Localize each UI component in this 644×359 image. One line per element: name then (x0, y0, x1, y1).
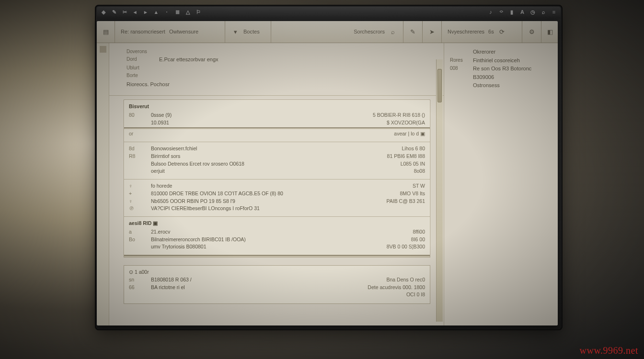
record-line[interactable]: 800ssse (9)5 BOBIER-R RI8 618 () (129, 112, 425, 119)
side-key (450, 81, 469, 90)
main-column: Doverons DordE.Pcar etteszorbvar engx Ub… (109, 43, 444, 325)
ime-icon[interactable]: A (519, 9, 525, 15)
cell-c1: + (129, 190, 144, 198)
cell-c2: BA rictotne ri el (151, 284, 351, 299)
cell-c3: 8MO V8 Its (358, 190, 425, 198)
records-panel: Bisverut800ssse (9)5 BOBIER-R RI8 618 ()… (124, 100, 430, 258)
side-val: B309006 (473, 73, 494, 82)
toolbar-home[interactable]: ▤ (97, 21, 115, 43)
cell-c3: 8o08 (358, 168, 425, 175)
cell-c2 (151, 130, 351, 138)
cell-c2: Bulsoo Detrenos Ercet rov srosero O0618 (151, 160, 351, 168)
cell-c2: VA?CIPI CIEREItbeserBI LOncongs I roFfor… (151, 205, 351, 213)
record-line[interactable]: Bulsoo Detrenos Ercet rov srosero O0618L… (129, 160, 425, 168)
record-line[interactable]: BoBilnatreimereroncorch BIRIBC01 IB /OOA… (129, 236, 425, 244)
record-line[interactable]: ℗VA?CIPI CIEREItbeserBI LOncongs I roFfo… (129, 205, 425, 213)
gear-icon: ⚙ (528, 28, 535, 36)
search-icon[interactable]: ⌕ (540, 9, 546, 15)
cell-c1: or (129, 130, 144, 138)
app-window: ▤ Re: ransomcriesert Owtwensure ▾ Boctes… (97, 21, 558, 325)
record-line[interactable]: oerjuit8o08 (129, 168, 425, 175)
cell-c2: Nb6505 OOOR RBIN PO 19 85 S8 l'9 (151, 198, 351, 205)
tool-icon[interactable]: ✂ (122, 9, 127, 15)
block-title: Bisverut (129, 103, 425, 111)
cell-c1: ♀ (129, 198, 144, 205)
record-block[interactable]: Bisverut800ssse (9)5 BOBIER-R RI8 618 ()… (124, 100, 430, 142)
flag-icon[interactable]: ⚐ (196, 9, 201, 15)
list-icon[interactable]: ≣ (174, 9, 180, 15)
side-val: Ostronsess (473, 81, 500, 90)
cell-c1: ℗ (129, 205, 144, 213)
back-icon[interactable]: ◂ (132, 9, 138, 15)
tool-icon[interactable]: ✎ (111, 9, 117, 15)
cell-c1: a (129, 228, 144, 236)
hdr-footer: Rioreocs. Pochosr (126, 80, 435, 89)
cell-c3: 8VB 0 00 S¦B300 (358, 243, 425, 251)
toolbar-tool-1[interactable]: ✎ (403, 21, 423, 43)
record-line[interactable]: umv Trytoriosis B0808018VB 0 00 S¦B300 (129, 243, 425, 251)
home-icon: ▤ (103, 28, 109, 36)
cell-c2: Bilnatreimereroncorch BIRIBC01 IB /OOA) (151, 236, 351, 244)
record-block[interactable]: ♀fo horedeST W+810000 DROE TRBE OVION 18… (124, 180, 430, 217)
context-label-2: Owtwensure (169, 29, 198, 34)
record-line[interactable]: oravear | lo d ▣ (129, 130, 425, 138)
menubar-left: ◆ ✎ ✂ ◂ ▸ ▴ · ≣ △ ⚐ (101, 9, 201, 15)
cell-c1: sn (129, 276, 144, 284)
record-line[interactable]: a21.erocv8ffi00 (129, 228, 425, 236)
vol-icon[interactable]: ♪ (488, 9, 494, 15)
cell-c1: R8 (129, 153, 144, 160)
record-line[interactable]: +810000 DROE TRBE OVION 18 CO'IT AGCB.E5… (129, 190, 425, 198)
apple-icon[interactable]: ◆ (101, 9, 106, 15)
dropdown-label: Boctes (243, 29, 260, 34)
warn-icon[interactable]: △ (185, 9, 191, 15)
panel-icon: ◧ (547, 28, 553, 36)
cell-c3: 5 BOBIER-R RI8 618 () (358, 112, 425, 119)
cell-c3: avear | lo d ▣ (358, 130, 425, 138)
toolbar-tool-2[interactable]: ➤ (423, 21, 442, 43)
cell-c1 (129, 243, 144, 251)
chevron-down-icon: ▾ (231, 28, 240, 36)
scrollbar[interactable] (436, 59, 443, 322)
record-block[interactable]: 8dBonowosieserr.fchielLihos 6 80R8Birirn… (124, 142, 430, 180)
fwd-icon[interactable]: ▸ (143, 9, 149, 15)
up-icon[interactable]: ▴ (153, 9, 159, 15)
footer-line: 66BA rictotne ri elDete acudrevis 000. 1… (129, 284, 425, 299)
clock-icon[interactable]: ◷ (530, 9, 536, 15)
record-line[interactable]: 8dBonowosieserr.fchielLihos 6 80 (129, 145, 425, 153)
record-block[interactable]: aesi8 RID ▣a21.erocv8ffi00BoBilnatreimer… (124, 217, 430, 255)
side-key: 008 (450, 65, 469, 73)
toolbar-dropdown[interactable]: ▾ Boctes (225, 21, 271, 43)
toolbar-settings[interactable]: ⚙ (522, 21, 541, 43)
hdr-key: Borte (126, 72, 154, 79)
wifi-icon[interactable]: ⌔ (498, 9, 504, 15)
toolbar-panel-toggle[interactable]: ◧ (541, 21, 558, 43)
cell-c3: Lihos 6 80 (358, 145, 425, 153)
refresh-icon: ⟳ (498, 28, 506, 36)
record-line[interactable]: 10.0931$ XOVZOOR(GA (129, 119, 425, 127)
toolbar-search[interactable]: Sorchescrors ⌕ (271, 21, 403, 43)
cell-c2: Birirntiof sors (151, 153, 351, 160)
record-line[interactable]: ♀Nb6505 OOOR RBIN PO 19 85 S8 l'9PAIB C@… (129, 198, 425, 205)
cell-c1: 80 (129, 112, 144, 119)
side-val: Re son Oos R3 Botoronc (473, 65, 531, 73)
cell-c1: 8d (129, 145, 144, 153)
os-menubar: ◆ ✎ ✂ ◂ ▸ ▴ · ≣ △ ⚐ ♪ ⌔ ▮ A ◷ ⌕ ≡ (97, 7, 561, 17)
side-key (450, 73, 469, 82)
scrollbar-thumb[interactable] (437, 69, 442, 102)
toolbar-status[interactable]: Nvyeschrereres 6s ⟳ (442, 21, 522, 43)
side-key (450, 48, 469, 56)
cell-c3: L085 05 IN (358, 160, 425, 168)
cell-c2: Bonowosieserr.fchiel (151, 145, 351, 153)
record-line[interactable]: R8Birirntiof sors81 PBI6 EM8 I88 (129, 153, 425, 160)
menu-icon[interactable]: ≡ (551, 9, 557, 15)
cell-c2: 0ssse (9) (151, 112, 351, 119)
records-bottom-bar (124, 255, 430, 257)
cell-c2: 10.0931 (151, 119, 351, 127)
hdr-key: Dord (126, 56, 154, 64)
cell-c3: Bna Dens O rec0 (358, 276, 425, 284)
batt-icon[interactable]: ▮ (509, 9, 515, 15)
gutter-icon[interactable] (100, 46, 106, 53)
toolbar-context[interactable]: Re: ransomcriesert Owtwensure (115, 21, 225, 43)
record-line[interactable]: ♀fo horedeST W (129, 182, 425, 190)
cell-c1 (129, 119, 144, 127)
